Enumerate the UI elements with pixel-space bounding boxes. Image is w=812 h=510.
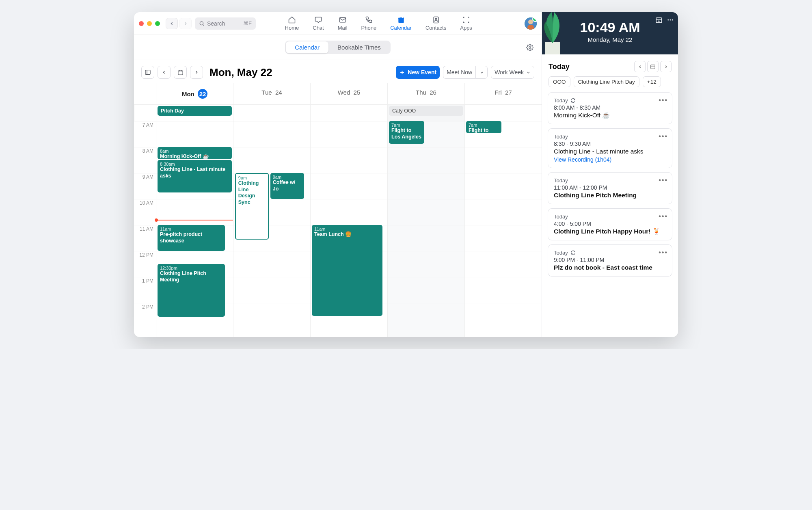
search-icon — [199, 21, 205, 26]
calendar-event[interactable]: 8amMorning Kick-Off ☕ — [158, 147, 232, 159]
nav-mail[interactable]: Mail — [335, 15, 350, 32]
today-button[interactable] — [174, 66, 187, 79]
card-more-button[interactable]: ••• — [659, 249, 668, 256]
day-header[interactable]: Thu 26 — [387, 83, 464, 104]
filter-tag[interactable]: +12 — [643, 76, 661, 87]
event-card[interactable]: ••• Today 4:00 - 5:00 PM Clothing Line P… — [548, 208, 672, 240]
side-calendar-button[interactable] — [647, 61, 659, 72]
card-label: Today — [554, 214, 666, 220]
chat-icon — [314, 16, 322, 24]
event-card[interactable]: ••• Today 8:00 AM - 8:30 AM Morning Kick… — [548, 92, 672, 124]
day-column[interactable]: 7amFlight to Los Angeles — [387, 121, 464, 337]
svg-rect-21 — [545, 42, 560, 54]
allday-event[interactable]: Caty OOO — [389, 106, 463, 116]
calendar-grid[interactable]: 7 AM8 AM9 AM10 AM11 AM12 PM1 PM2 PM8amMo… — [134, 121, 542, 337]
side-prev-button[interactable] — [634, 61, 646, 72]
minimize-window[interactable] — [147, 21, 152, 26]
view-select[interactable]: Work Week — [491, 66, 534, 79]
nav-forward-button — [179, 18, 192, 29]
card-title: Clothing Line Pitch Happy Hour! 🍹 — [554, 228, 666, 235]
day-column[interactable]: 7amFlight to — [464, 121, 542, 337]
nav-apps[interactable]: Apps — [458, 15, 475, 32]
meet-now-button[interactable]: Meet Now — [443, 66, 475, 79]
recurring-icon — [570, 250, 576, 255]
hour-label: 8 AM — [134, 147, 156, 173]
add-event-icon[interactable] — [655, 16, 663, 24]
search-input[interactable]: Search ⌘F — [195, 17, 256, 30]
hour-label: 11 AM — [134, 225, 156, 251]
nav-chat[interactable]: Chat — [310, 15, 326, 32]
card-link[interactable]: View Recording (1h04) — [554, 156, 666, 163]
segment-bookable-times[interactable]: Bookable Times — [328, 41, 390, 53]
calendar-event[interactable]: 9amCoffee w/ Jo — [270, 173, 304, 199]
nav-back-button[interactable] — [166, 18, 178, 29]
toggle-sidebar-button[interactable] — [141, 66, 154, 79]
calendar-event[interactable]: 9amClothing Line Design Sync — [235, 173, 269, 240]
allday-event[interactable]: Pitch Day — [158, 106, 232, 116]
filter-tag[interactable]: OOO — [549, 76, 570, 87]
card-more-button[interactable]: ••• — [659, 177, 668, 184]
event-card[interactable]: ••• Today 8:30 - 9:30 AM Clothing Line -… — [548, 128, 672, 168]
next-period-button[interactable] — [190, 66, 203, 79]
calendar-event[interactable]: 11amPre-pitch product showcase — [158, 225, 225, 251]
nav-contacts[interactable]: Contacts — [423, 15, 449, 32]
day-header[interactable]: Mon 22 — [156, 83, 233, 104]
day-header[interactable]: Wed 25 — [310, 83, 387, 104]
svg-point-12 — [529, 46, 531, 48]
new-event-button[interactable]: New Event — [396, 66, 440, 79]
hour-label: 12 PM — [134, 251, 156, 277]
day-header[interactable]: Tue 24 — [233, 83, 310, 104]
date-heading: Mon, May 22 — [209, 66, 272, 79]
calendar-icon — [650, 64, 656, 69]
side-header: 10:49 AM Monday, May 22 — [542, 12, 678, 54]
meet-now-dropdown[interactable] — [475, 66, 488, 79]
card-more-button[interactable]: ••• — [659, 213, 668, 220]
day-column[interactable]: 9amClothing Line Design Sync9amCoffee w/… — [233, 121, 310, 337]
filter-tags: OOOClothing Line Pitch Day+12 — [542, 76, 678, 92]
card-time: 4:00 - 5:00 PM — [554, 220, 666, 227]
card-label: Today — [554, 177, 666, 184]
svg-rect-29 — [651, 65, 655, 69]
calendar-icon — [397, 16, 405, 24]
avatar[interactable] — [525, 17, 537, 30]
nav-home[interactable]: Home — [283, 15, 302, 32]
filter-tag[interactable]: Clothing Line Pitch Day — [574, 76, 639, 87]
card-title: Clothing Line - Last minute asks — [554, 148, 666, 155]
settings-button[interactable] — [526, 44, 533, 51]
day-header[interactable]: Fri 27 — [464, 83, 542, 104]
calendar-event[interactable]: 7amFlight to Los Angeles — [389, 121, 424, 144]
segment-calendar[interactable]: Calendar — [286, 41, 328, 53]
search-shortcut: ⌘F — [243, 20, 252, 26]
allday-row: Pitch Day Caty OOO — [134, 104, 542, 121]
prev-period-button[interactable] — [158, 66, 171, 79]
day-column[interactable]: 11amTeam Lunch 🍔 — [310, 121, 387, 337]
hour-label: 1 PM — [134, 277, 156, 303]
search-placeholder: Search — [207, 20, 225, 27]
card-time: 8:30 - 9:30 AM — [554, 140, 666, 147]
maximize-window[interactable] — [155, 21, 160, 26]
side-more-icon[interactable] — [667, 16, 674, 24]
phone-icon — [365, 16, 373, 24]
calendar-event[interactable]: 12:30pmClothing Line Pitch Meeting — [158, 264, 225, 317]
chevron-down-icon — [526, 70, 531, 75]
card-more-button[interactable]: ••• — [659, 133, 668, 140]
card-more-button[interactable]: ••• — [659, 97, 668, 104]
close-window[interactable] — [139, 21, 144, 26]
event-card[interactable]: ••• Today 9:00 PM - 11:00 PM Plz do not … — [548, 244, 672, 277]
card-label: Today — [554, 134, 666, 140]
gear-icon — [526, 44, 533, 51]
plus-icon — [399, 69, 405, 76]
day-column[interactable]: 8amMorning Kick-Off ☕8:30amClothing Line… — [156, 121, 233, 337]
event-card[interactable]: ••• Today 11:00 AM - 12:00 PM Clothing L… — [548, 172, 672, 204]
svg-point-28 — [672, 19, 673, 21]
nav-phone[interactable]: Phone — [359, 15, 379, 32]
calendar-event[interactable]: 11amTeam Lunch 🍔 — [312, 225, 382, 316]
calendar-event[interactable]: 7amFlight to — [466, 121, 501, 133]
svg-rect-4 — [398, 17, 404, 19]
side-next-button[interactable] — [660, 61, 672, 72]
home-icon — [288, 16, 296, 24]
calendar-event[interactable]: 8:30amClothing Line - Last minute asks — [158, 160, 232, 192]
card-label: Today — [554, 97, 666, 104]
nav-calendar[interactable]: Calendar — [388, 15, 414, 32]
chevron-down-icon — [479, 70, 484, 75]
